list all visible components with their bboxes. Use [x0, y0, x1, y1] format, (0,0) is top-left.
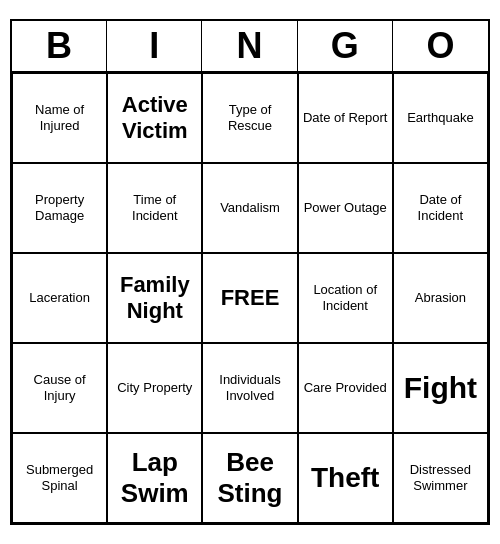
bingo-cell-5: Property Damage [12, 163, 107, 253]
bingo-cell-23: Theft [298, 433, 393, 523]
bingo-cell-4: Earthquake [393, 73, 488, 163]
bingo-cell-16: City Property [107, 343, 202, 433]
bingo-cell-22: Bee Sting [202, 433, 297, 523]
bingo-cell-9: Date of Incident [393, 163, 488, 253]
bingo-cell-17: Individuals Involved [202, 343, 297, 433]
header-letter-n: N [202, 21, 297, 71]
header-letter-o: O [393, 21, 488, 71]
bingo-cell-6: Time of Incident [107, 163, 202, 253]
bingo-cell-24: Distressed Swimmer [393, 433, 488, 523]
header-letter-g: G [298, 21, 393, 71]
header-letter-b: B [12, 21, 107, 71]
bingo-cell-19: Fight [393, 343, 488, 433]
bingo-cell-18: Care Provided [298, 343, 393, 433]
bingo-cell-12: FREE [202, 253, 297, 343]
bingo-card: BINGO Name of InjuredActive VictimType o… [10, 19, 490, 525]
bingo-cell-2: Type of Rescue [202, 73, 297, 163]
bingo-cell-15: Cause of Injury [12, 343, 107, 433]
bingo-cell-13: Location of Incident [298, 253, 393, 343]
bingo-cell-10: Laceration [12, 253, 107, 343]
bingo-cell-8: Power Outage [298, 163, 393, 253]
bingo-cell-20: Submerged Spinal [12, 433, 107, 523]
header-letter-i: I [107, 21, 202, 71]
bingo-cell-21: Lap Swim [107, 433, 202, 523]
bingo-cell-14: Abrasion [393, 253, 488, 343]
bingo-grid: Name of InjuredActive VictimType of Resc… [12, 73, 488, 523]
bingo-header: BINGO [12, 21, 488, 73]
bingo-cell-3: Date of Report [298, 73, 393, 163]
bingo-cell-11: Family Night [107, 253, 202, 343]
bingo-cell-0: Name of Injured [12, 73, 107, 163]
bingo-cell-7: Vandalism [202, 163, 297, 253]
bingo-cell-1: Active Victim [107, 73, 202, 163]
